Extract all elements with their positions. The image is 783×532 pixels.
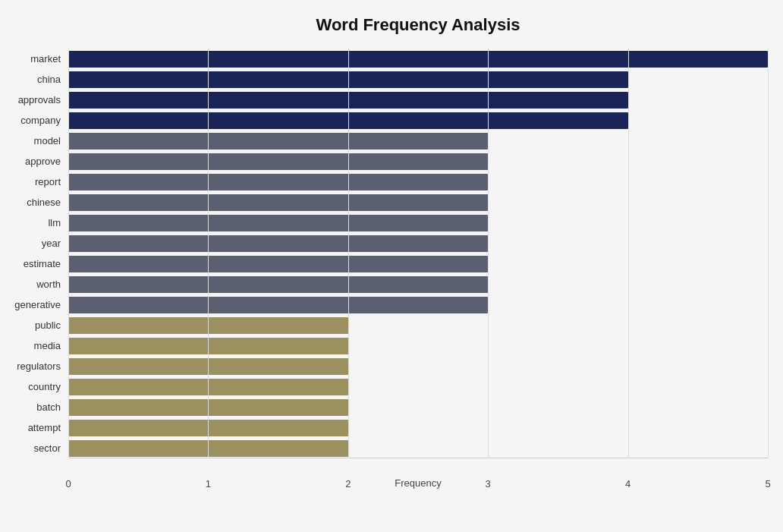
bar (68, 71, 628, 88)
bar (68, 420, 348, 436)
bar (68, 297, 488, 313)
bar-label: public (0, 320, 68, 331)
bar (68, 133, 488, 150)
bar-label: llm (0, 217, 68, 228)
bar-label: estimate (0, 258, 68, 269)
bar (68, 256, 488, 272)
bar-track (68, 131, 768, 151)
bar-row: market (68, 49, 768, 69)
bar-track (68, 69, 768, 90)
bar-row: approvals (68, 90, 768, 110)
bar-row: attempt (68, 417, 768, 438)
bar-row: company (68, 110, 768, 131)
bar-label: year (0, 238, 68, 249)
x-axis-title: Frequency (68, 477, 768, 489)
bar-label: china (0, 74, 68, 85)
chart-area: marketchinaapprovalscompanymodelapprover… (68, 49, 768, 489)
bar-row: generative (68, 294, 768, 315)
bar-label: media (0, 340, 68, 351)
bar-track (68, 110, 768, 131)
bar (68, 153, 488, 170)
bar-label: regulators (0, 360, 68, 372)
bar-label: sector (0, 442, 68, 454)
chart-container: Word Frequency Analysis marketchinaappro… (0, 0, 783, 532)
bar-track (68, 417, 768, 438)
bar-row: sector (68, 438, 768, 458)
bar (68, 194, 488, 211)
bar (68, 276, 488, 293)
bar-label: approvals (0, 94, 68, 105)
bar-track (68, 315, 768, 335)
bar-row: public (68, 315, 768, 335)
bar (68, 317, 348, 334)
bar-track (68, 335, 768, 356)
bar-row: estimate (68, 253, 768, 274)
bars-wrapper: marketchinaapprovalscompanymodelapprover… (68, 49, 768, 458)
bar (68, 338, 348, 354)
bar-track (68, 49, 768, 69)
bar-track (68, 172, 768, 192)
bar-row: regulators (68, 356, 768, 376)
bar-row: batch (68, 397, 768, 417)
bar-label: attempt (0, 422, 68, 433)
bar-label: model (0, 135, 68, 146)
bar-track (68, 438, 768, 458)
bar-row: china (68, 69, 768, 90)
bar-track (68, 212, 768, 233)
bar-label: batch (0, 401, 68, 413)
bar-label: company (0, 115, 68, 126)
bar-row: model (68, 131, 768, 151)
bar (68, 112, 628, 129)
bar-row: year (68, 233, 768, 253)
bar (68, 399, 348, 416)
bar-label: generative (0, 299, 68, 310)
bar-track (68, 397, 768, 417)
bar-track (68, 253, 768, 274)
bar-track (68, 233, 768, 253)
bar-track (68, 151, 768, 172)
bar (68, 174, 488, 190)
bar-row: media (68, 335, 768, 356)
x-axis (68, 458, 768, 458)
bar-track (68, 274, 768, 294)
bar (68, 440, 348, 457)
bar-track (68, 356, 768, 376)
bar-row: worth (68, 274, 768, 294)
bar-row: llm (68, 212, 768, 233)
bar-row: approve (68, 151, 768, 172)
bar (68, 379, 348, 395)
bar-label: worth (0, 279, 68, 290)
bar-track (68, 294, 768, 315)
bar-label: approve (0, 156, 68, 167)
bar-row: country (68, 376, 768, 397)
bar-track (68, 376, 768, 397)
grid-line (768, 49, 769, 458)
bar-track (68, 192, 768, 212)
bar (68, 215, 488, 231)
bar (68, 235, 488, 252)
bar (68, 358, 348, 375)
bar-label: report (0, 176, 68, 187)
bar-label: country (0, 381, 68, 392)
bar-label: chinese (0, 197, 68, 208)
bar-row: chinese (68, 192, 768, 212)
bar (68, 51, 768, 68)
chart-title: Word Frequency Analysis (68, 15, 768, 35)
bar-row: report (68, 172, 768, 192)
bar-track (68, 90, 768, 110)
bar-label: market (0, 53, 68, 65)
bar (68, 92, 628, 109)
